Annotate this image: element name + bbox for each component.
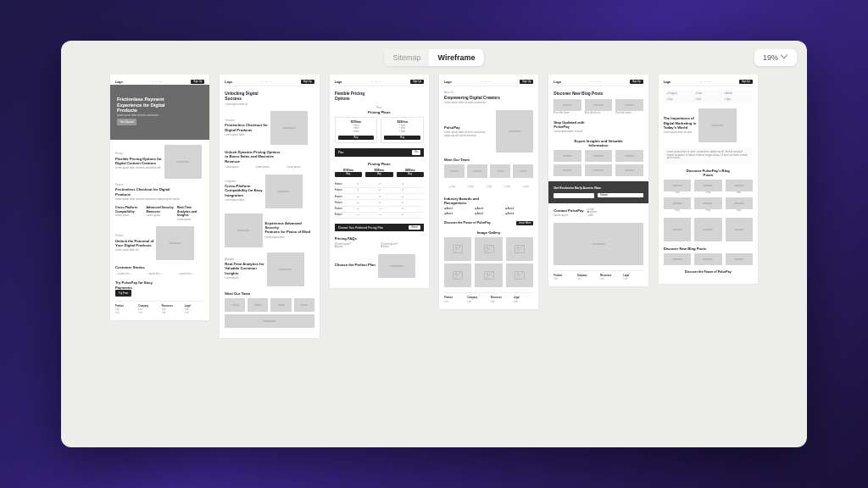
logo-row: ▢logo▢logo▢logo▢logo▢logo: [444, 183, 533, 191]
stories-title: Customer Stories: [115, 265, 204, 269]
board-about[interactable]: Logo———Sign Up About UsEmpowering Digita…: [439, 75, 538, 447]
post-title: The Importance of Digital Marketing in T…: [664, 116, 697, 130]
contact-title: Contact PulsePay: [554, 208, 583, 213]
compare-table: Feature✓✓✓ Feature✓✓✓ Feature—✓✓ Feature…: [335, 182, 424, 219]
image-placeholder: [554, 223, 643, 265]
gallery-title: Image Gallery: [444, 230, 533, 235]
image-placeholder: [265, 175, 303, 208]
image-placeholder: [164, 145, 202, 179]
zoom-control[interactable]: 19%: [754, 49, 797, 66]
price-card[interactable]: $29/mo• item• item• itemBuy: [381, 117, 424, 143]
faq-title: Pricing FAQs: [335, 236, 424, 241]
chevron-down-icon: [782, 54, 788, 61]
try-free-button[interactable]: Try Free: [115, 290, 131, 297]
plan-bar: PlanGo: [335, 148, 424, 156]
awards-title: Industry Awards and Recognitions: [444, 197, 533, 206]
bottom-cta-title: Try PulsePay for Easy Payments: [115, 280, 204, 290]
image-placeholder: [267, 252, 304, 286]
board-home[interactable]: Logo———Sign Up Frictionless Payment Expe…: [110, 75, 209, 447]
board-blog[interactable]: Logo———Sign Up Discover New Blog Posts P…: [548, 75, 648, 447]
image-placeholder: [378, 254, 415, 278]
wireframe-boards[interactable]: Logo———Sign Up Frictionless Payment Expe…: [61, 75, 807, 447]
image-placeholder: [225, 214, 262, 247]
board-pricing[interactable]: Logo———Sign Up Flexible Pricing Options …: [330, 75, 429, 447]
post-filters[interactable]: ◇ Category◇ Date◇ Author◇ Tags◇ Sort◇ Ty…: [664, 90, 753, 103]
nav-cta[interactable]: Sign Up: [191, 80, 204, 84]
newsletter-banner: Get Exclusive Early Access Now Submit: [548, 181, 648, 202]
hero-title: Unlocking Digital Success: [225, 92, 314, 101]
blog-feed-title: Discover PulsePay's Blog Posts: [664, 169, 753, 178]
team-title: Meet Our Team: [225, 291, 314, 296]
board-features[interactable]: Logo———Sign Up Unlocking Digital Success…: [220, 75, 319, 447]
board-blog-post[interactable]: Logo———Sign Up ◇ Category◇ Date◇ Author◇…: [659, 75, 758, 447]
select-plan-button[interactable]: Select: [409, 225, 420, 230]
tab-wireframe[interactable]: Wireframe: [430, 49, 484, 66]
view-tabs: Sitemap Wireframe: [385, 49, 484, 66]
learn-more-button[interactable]: Learn More: [516, 221, 533, 225]
team-title: Meet Our Team: [444, 158, 533, 162]
submit-button[interactable]: Submit: [598, 193, 643, 197]
image-placeholder: [156, 226, 193, 260]
hero-title: Discover New Blog Posts: [554, 92, 643, 97]
price-card[interactable]: $19/mo• item• item• itemBuy: [335, 117, 378, 143]
tab-sitemap[interactable]: Sitemap: [385, 49, 430, 66]
logo: Logo: [115, 80, 123, 84]
email-input[interactable]: [554, 193, 594, 198]
page-footer: ProductLinkLinkCompanyLinkLinkResourcesL…: [115, 301, 204, 316]
zoom-value: 19%: [763, 53, 778, 62]
hero-title: Empowering Digital Creators: [444, 96, 533, 101]
hero-cta[interactable]: Get Started: [117, 119, 136, 125]
hero-dark: Frictionless Payment Experience for Digi…: [110, 85, 209, 139]
hero-title: Frictionless Payment Experience for Digi…: [117, 97, 203, 113]
image-placeholder: [270, 111, 308, 145]
image-placeholder: [698, 108, 736, 142]
insights-title: Expert Insights and Valuable Information: [554, 139, 643, 148]
wireframe-canvas[interactable]: Sitemap Wireframe 19% Logo———Sign Up Fri…: [61, 41, 807, 447]
unlock-title: Unlock the Potential of Your Digital Pro…: [115, 239, 153, 248]
image-placeholder: [496, 110, 533, 152]
hero-title: Flexible Pricing Options: [335, 92, 424, 101]
checkout-title: Frictionless Checkout for Digital Produc…: [115, 187, 204, 197]
pricing-title: Flexible Pricing Options for Digital Con…: [115, 157, 162, 166]
